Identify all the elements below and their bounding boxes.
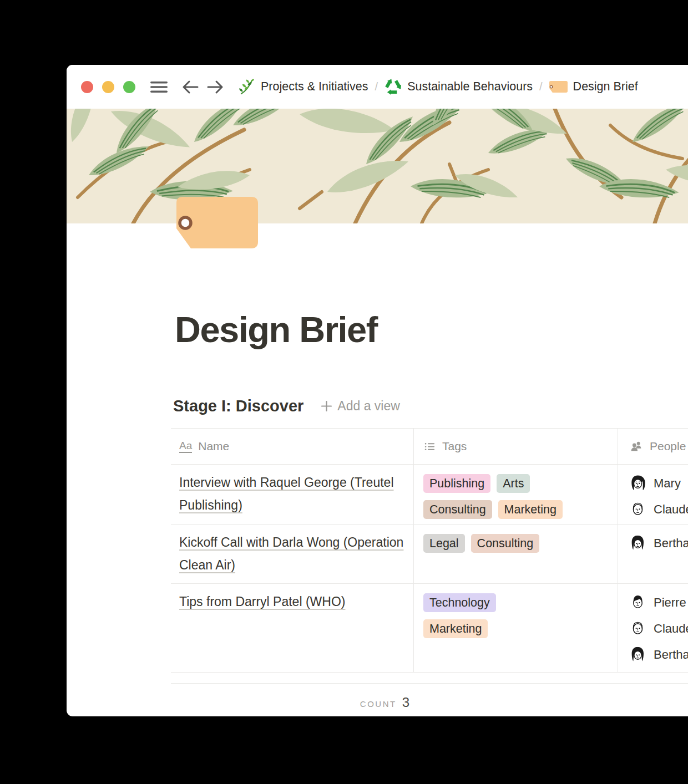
table-row: Tips from Darryl Patel (WHO)TechnologyMa… [171,584,688,673]
back-button[interactable] [181,79,199,95]
tag-chip[interactable]: Arts [497,474,530,493]
page-link[interactable]: Interview with Raquel George (Treutel Pu… [179,475,394,512]
title-icon: Aa [179,440,192,453]
calculation-row[interactable]: COUNT 3 [171,684,414,716]
breadcrumb-item-design-brief[interactable]: Design Brief [549,80,638,94]
people-cell: MaryClaude [618,465,688,524]
tag-chip[interactable]: Consulting [471,534,540,553]
person-name: Mary [654,476,681,491]
page-link[interactable]: Kickoff Call with Darla Wong (Operation … [179,535,403,572]
column-header-name[interactable]: Aa Name [171,429,414,464]
willow-pattern [67,109,688,223]
close-window-button[interactable] [81,81,93,93]
person-item[interactable]: Pierre [629,589,688,615]
avatar [629,534,646,552]
tag-chip[interactable]: Publishing [423,474,490,493]
breadcrumb-item-projects[interactable]: Projects & Initiatives [238,78,368,95]
avatar [629,594,646,611]
minimize-window-button[interactable] [102,81,114,93]
plus-icon [320,400,333,413]
breadcrumb-label: Projects & Initiatives [261,80,368,94]
tag-line: ConsultingMarketing [423,500,612,519]
hamburger-icon [150,80,168,94]
person-name: Pierre [654,595,686,610]
page-icon-tag[interactable] [176,197,258,248]
breadcrumb-separator: / [539,80,543,93]
count-value: 3 [402,695,409,710]
person-name: Bertha [654,536,688,551]
name-cell: Kickoff Call with Darla Wong (Operation … [171,525,414,583]
table-header: Aa Name Tags People [171,428,688,465]
table-row: Kickoff Call with Darla Wong (Operation … [171,525,688,584]
avatar [629,620,646,637]
new-row-area[interactable] [171,673,688,684]
tag-line: LegalConsulting [423,534,612,553]
column-header-tags[interactable]: Tags [414,429,618,464]
tag-chip[interactable]: Consulting [423,500,492,519]
forward-button[interactable] [206,79,225,95]
person-item[interactable]: Bertha [629,530,688,556]
person-item[interactable]: Mary [629,470,688,496]
view-bar: Stage I: Discover Add a view [173,395,688,417]
column-label: Tags [442,440,467,453]
people-cell: PierreClaudeBertha [618,584,688,672]
title-bar: Projects & Initiatives / Sustainable Beh… [67,65,688,109]
tags-cell: LegalConsulting [414,525,618,583]
breadcrumb-separator: / [375,80,378,93]
tag-line: Marketing [423,619,612,638]
cover-image [67,109,688,223]
add-view-button[interactable]: Add a view [320,399,400,414]
tag-chip[interactable]: Marketing [423,619,488,638]
list-icon [423,440,436,453]
name-cell: Interview with Raquel George (Treutel Pu… [171,465,414,524]
table-row: Interview with Raquel George (Treutel Pu… [171,465,688,525]
zoom-window-button[interactable] [123,81,135,93]
table-rows: Interview with Raquel George (Treutel Pu… [171,465,688,673]
tag-line: Technology [423,593,612,612]
people-icon [629,439,644,454]
tag-icon [549,81,568,93]
tag-chip[interactable]: Marketing [498,500,563,519]
column-label: People [650,440,686,453]
arrow-left-icon [181,79,199,95]
person-item[interactable]: Claude [629,615,688,642]
notion-window: Projects & Initiatives / Sustainable Beh… [67,65,688,716]
breadcrumb-label: Design Brief [573,80,638,94]
recycle-icon [385,78,402,95]
herb-icon [238,78,255,95]
column-label: Name [198,440,229,453]
avatar [629,501,646,518]
page-link[interactable]: Tips from Darryl Patel (WHO) [179,594,345,609]
avatar [629,475,646,492]
person-name: Claude [654,502,688,517]
avatar [629,646,646,663]
count-label: COUNT [360,699,397,709]
sidebar-menu-button[interactable] [150,80,168,94]
database-table: Aa Name Tags People [171,428,688,673]
breadcrumb: Projects & Initiatives / Sustainable Beh… [238,78,638,95]
tag-chip[interactable]: Technology [423,593,496,612]
column-header-people[interactable]: People [618,429,688,464]
breadcrumb-label: Sustainable Behaviours [407,80,533,94]
arrow-right-icon [206,79,225,95]
page-title[interactable]: Design Brief [175,310,688,349]
view-tab-stage-discover[interactable]: Stage I: Discover [173,397,303,415]
person-name: Claude [654,622,688,636]
breadcrumb-item-sustainable[interactable]: Sustainable Behaviours [385,78,533,95]
tags-cell: TechnologyMarketing [414,584,618,672]
tag-chip[interactable]: Legal [423,534,465,553]
people-cell: Bertha [618,525,688,583]
tags-cell: PublishingArtsConsultingMarketing [414,465,618,524]
add-view-label: Add a view [337,399,400,414]
tag-line: PublishingArts [423,474,612,493]
person-item[interactable]: Bertha [629,642,688,668]
name-cell: Tips from Darryl Patel (WHO) [171,584,414,672]
person-name: Bertha [654,648,688,662]
person-item[interactable]: Claude [629,496,688,522]
